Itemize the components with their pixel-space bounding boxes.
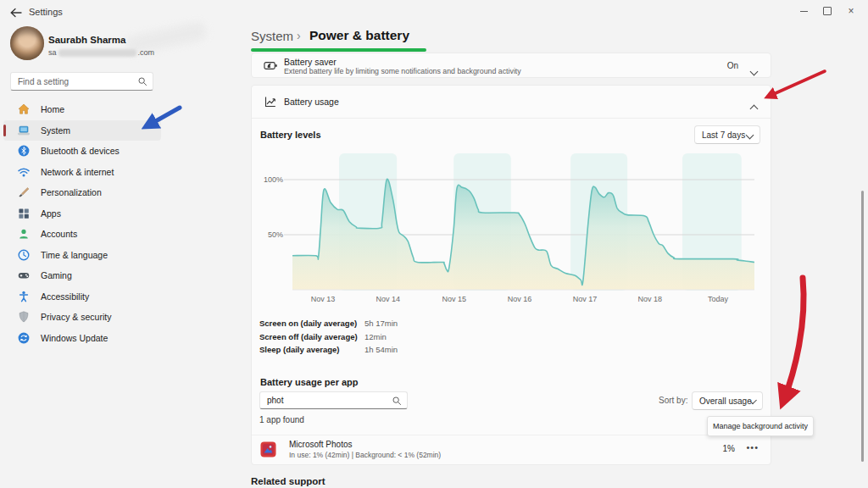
minimize-icon[interactable]	[792, 2, 815, 20]
settings-search[interactable]	[10, 72, 153, 91]
battery-usage-collapse-button[interactable]	[751, 100, 757, 115]
sidebar-item-label: Windows Update	[41, 333, 108, 343]
bluetooth-icon	[17, 144, 31, 158]
sidebar-item-label: Accessibility	[41, 291, 89, 302]
sidebar-item-label: Accounts	[41, 229, 77, 239]
battery-saver-subtitle: Extend battery life by limiting some not…	[284, 67, 521, 75]
sidebar-item-privacy-security[interactable]: Privacy & security	[3, 307, 161, 328]
battery-stats: Screen on (daily average) 5h 17min Scree…	[259, 317, 398, 357]
stat-label: Screen off (daily average)	[259, 332, 364, 341]
related-support-title: Related support	[251, 476, 326, 486]
avatar[interactable]	[10, 26, 44, 60]
sidebar-item-personalization[interactable]: Personalization	[3, 182, 161, 203]
profile-name: Saurabh Sharma	[48, 35, 125, 45]
battery-saver-icon	[264, 59, 278, 75]
scrollbar-thumb[interactable]	[861, 191, 864, 462]
battery-usage-header[interactable]: Battery usage	[252, 86, 771, 119]
sidebar-nav: HomeSystemBluetooth & devicesNetwork & i…	[3, 99, 161, 348]
stat-row-screen-on: Screen on (daily average) 5h 17min	[259, 317, 398, 330]
y-tick-label: 50%	[268, 230, 283, 239]
stat-row-sleep: Sleep (daily average) 1h 54min	[259, 343, 398, 357]
app-usage-percent: 1%	[723, 444, 735, 453]
sidebar-item-apps[interactable]: Apps	[3, 203, 161, 225]
battery-usage-title: Battery usage	[284, 97, 339, 107]
maximize-icon[interactable]	[815, 2, 839, 20]
page-title: Power & battery	[309, 28, 409, 43]
time-range-dropdown[interactable]: Last 7 days	[694, 125, 760, 144]
breadcrumb-separator: ›	[297, 29, 301, 42]
sidebar-item-label: Bluetooth & devices	[41, 146, 120, 156]
battery-saver-expand-button[interactable]	[751, 63, 757, 78]
time-icon	[17, 248, 31, 262]
sidebar-item-label: Privacy & security	[41, 312, 111, 322]
sidebar-item-system[interactable]: System	[3, 120, 161, 141]
manage-background-activity-tooltip[interactable]: Manage background activity	[707, 416, 814, 436]
personalization-icon	[17, 186, 31, 199]
sidebar-item-label: Personalization	[41, 187, 102, 197]
search-icon	[137, 76, 147, 86]
more-options-icon[interactable]: •••	[746, 442, 759, 452]
accounts-icon	[17, 227, 31, 241]
back-button[interactable]	[8, 6, 24, 19]
app-row-microsoft-photos[interactable]: Microsoft Photos In use: 1% (42min) | Ba…	[252, 435, 771, 464]
x-tick-label: Nov 16	[508, 295, 532, 303]
email-prefix: sa	[48, 48, 57, 57]
app-usage-detail: In use: 1% (42min) | Background: < 1% (5…	[289, 451, 441, 459]
sidebar-item-bluetooth-devices[interactable]: Bluetooth & devices	[3, 141, 161, 162]
y-tick-label: 100%	[264, 175, 283, 184]
network-icon	[17, 165, 31, 179]
sidebar-item-label: System	[41, 125, 70, 136]
window-controls: ×	[792, 2, 863, 20]
sidebar-item-time-language[interactable]: Time & language	[3, 245, 161, 266]
battery-chart-svg	[292, 151, 754, 292]
privacy-icon	[17, 310, 31, 324]
stat-label: Screen on (daily average)	[259, 319, 364, 328]
chevron-down-icon	[750, 68, 759, 76]
sidebar-item-label: Apps	[41, 208, 61, 219]
chart-y-axis-labels: 100%50%	[251, 151, 283, 292]
battery-saver-state: On	[727, 61, 738, 70]
gaming-icon	[17, 269, 31, 282]
chevron-up-icon	[750, 105, 759, 114]
update-icon	[17, 331, 31, 345]
accessibility-icon	[17, 290, 31, 303]
close-icon[interactable]: ×	[839, 2, 863, 20]
app-title: Settings	[29, 7, 63, 17]
red-arrow-annotation-small	[768, 71, 825, 97]
search-icon	[392, 396, 402, 406]
sidebar-item-network-internet[interactable]: Network & internet	[3, 162, 161, 183]
sidebar-item-label: Time & language	[41, 250, 108, 260]
app-search-input[interactable]	[260, 396, 392, 405]
sidebar-item-label: Home	[41, 104, 64, 114]
apps-icon	[17, 207, 31, 220]
x-tick-label: Nov 18	[638, 295, 663, 303]
profile-email: sa .com	[48, 48, 154, 57]
chevron-down-icon	[746, 130, 754, 139]
sidebar-item-accessibility[interactable]: Accessibility	[3, 286, 161, 308]
sidebar-item-home[interactable]: Home	[3, 99, 161, 120]
sort-by-dropdown[interactable]: Overall usage	[692, 391, 763, 410]
settings-search-input[interactable]	[11, 77, 137, 86]
battery-saver-card[interactable]: Battery saver Extend battery life by lim…	[251, 53, 771, 78]
stat-value: 5h 17min	[364, 319, 398, 328]
sidebar-item-accounts[interactable]: Accounts	[3, 224, 161, 245]
chart-x-axis-labels: Nov 13Nov 14Nov 15Nov 16Nov 17Nov 18Toda…	[292, 295, 754, 305]
stat-row-screen-off: Screen off (daily average) 12min	[259, 330, 398, 344]
sidebar-item-windows-update[interactable]: Windows Update	[3, 328, 161, 349]
red-arrow-annotation-large	[783, 278, 804, 402]
time-range-value: Last 7 days	[702, 130, 745, 140]
sort-by-label: Sort by:	[659, 396, 687, 405]
sidebar-item-label: Network & internet	[41, 167, 114, 177]
x-tick-label: Nov 13	[311, 295, 336, 303]
battery-saver-title: Battery saver	[284, 57, 337, 67]
sidebar-item-gaming[interactable]: Gaming	[3, 265, 161, 286]
home-icon	[17, 103, 31, 116]
settings-window: Settings × Saurabh Sharma sa .com HomeSy…	[0, 0, 868, 488]
stat-value: 1h 54min	[364, 345, 398, 354]
x-tick-label: Today	[708, 295, 728, 303]
stat-value: 12min	[364, 332, 387, 341]
breadcrumb-parent[interactable]: System	[251, 29, 293, 43]
app-search[interactable]	[259, 391, 408, 409]
per-app-title: Battery usage per app	[260, 377, 359, 387]
result-count: 1 app found	[259, 415, 304, 424]
